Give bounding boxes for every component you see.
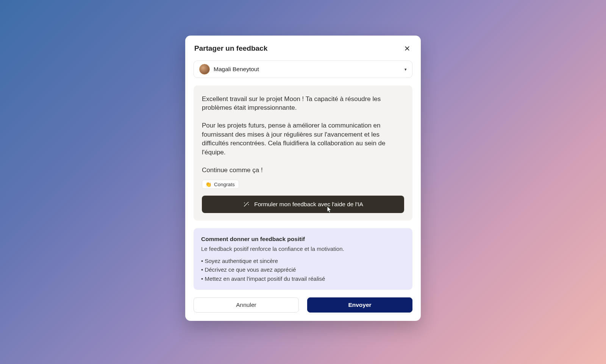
- share-feedback-modal: Partager un feedback Magali Beneytout ▾ …: [185, 36, 421, 321]
- close-button[interactable]: [403, 44, 412, 53]
- tips-item: Soyez authentique et sincère: [201, 257, 405, 265]
- submit-button[interactable]: Envoyer: [307, 297, 412, 313]
- tips-item: Décrivez ce que vous avez apprécié: [201, 265, 405, 274]
- avatar: [199, 64, 210, 75]
- modal-title: Partager un feedback: [194, 44, 267, 53]
- recipient-name: Magali Beneytout: [214, 66, 259, 73]
- svg-point-3: [248, 202, 248, 202]
- tips-panel: Comment donner un feedback positif Le fe…: [194, 228, 412, 290]
- tips-item: Mettez en avant l'impact positif du trav…: [201, 274, 405, 283]
- modal-footer: Annuler Envoyer: [194, 297, 412, 313]
- modal-header: Partager un feedback: [194, 44, 412, 53]
- close-icon: [404, 45, 410, 51]
- feedback-text: Excellent travail sur le projet Moon ! T…: [202, 95, 404, 174]
- feedback-editor[interactable]: Excellent travail sur le projet Moon ! T…: [194, 86, 412, 221]
- tag-label: Congrats: [214, 182, 235, 187]
- svg-point-4: [248, 204, 249, 205]
- ai-assist-button[interactable]: Formuler mon feedback avec l'aide de l'I…: [202, 196, 404, 213]
- svg-point-2: [244, 203, 245, 203]
- recipient-info: Magali Beneytout: [199, 64, 259, 75]
- clap-icon: 👏: [205, 181, 212, 187]
- ai-button-label: Formuler mon feedback avec l'aide de l'I…: [254, 201, 363, 208]
- cancel-button[interactable]: Annuler: [194, 297, 299, 313]
- magic-wand-icon: [243, 201, 250, 208]
- caret-down-icon: ▾: [405, 67, 407, 72]
- recipient-selector[interactable]: Magali Beneytout ▾: [194, 61, 412, 78]
- tips-title: Comment donner un feedback positif: [201, 236, 405, 243]
- tag-chip[interactable]: 👏 Congrats: [202, 180, 239, 189]
- tips-list: Soyez authentique et sincère Décrivez ce…: [201, 257, 405, 283]
- tips-subtitle: Le feedback positif renforce la confianc…: [201, 246, 405, 252]
